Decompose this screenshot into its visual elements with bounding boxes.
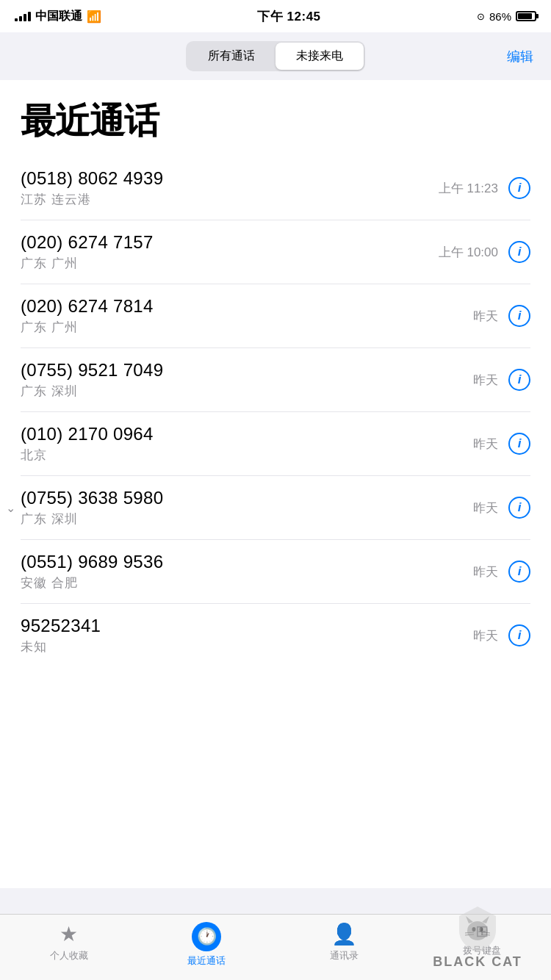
blackcat-text: BLACK CAT [433, 954, 522, 970]
call-time: 昨天 [473, 563, 498, 580]
tab-recents[interactable]: 🕐 最近通话 [162, 922, 251, 968]
info-button[interactable]: i [508, 433, 530, 455]
battery-icon [516, 11, 536, 21]
call-right: 昨天 i [473, 369, 530, 391]
call-number: (020) 6274 7157 [21, 232, 439, 253]
status-left: 中国联通 📶 [15, 9, 101, 24]
tab-all[interactable]: 所有通话 [187, 43, 276, 70]
info-button[interactable]: i [508, 177, 530, 199]
tab-group: 所有通话 未接来电 [186, 41, 365, 71]
call-location: 未知 [21, 638, 473, 655]
tab-contacts[interactable]: 👤 通讯录 [300, 922, 389, 962]
call-right: 上午 11:23 i [439, 177, 530, 199]
tab-missed[interactable]: 未接来电 [276, 43, 364, 70]
nav-tabs: 所有通话 未接来电 编辑 [0, 32, 551, 80]
call-item: (0551) 9689 9536 安徽 合肥 昨天 i [21, 540, 530, 604]
call-info[interactable]: (010) 2170 0964 北京 [21, 424, 473, 464]
call-location: 广东 广州 [21, 255, 439, 272]
tab-recents-label: 最近通话 [187, 954, 226, 968]
call-info[interactable]: (020) 6274 7814 广东 广州 [21, 296, 473, 336]
status-time: 下午 12:45 [257, 8, 320, 25]
info-button[interactable]: i [508, 369, 530, 391]
call-list: (0518) 8062 4939 江苏 连云港 上午 11:23 i (020)… [0, 156, 551, 667]
contacts-icon: 👤 [331, 922, 357, 946]
call-info[interactable]: (020) 6274 7157 广东 广州 [21, 232, 439, 272]
call-location: 江苏 连云港 [21, 191, 439, 208]
call-time: 昨天 [473, 436, 498, 453]
call-item: (0518) 8062 4939 江苏 连云港 上午 11:23 i [21, 156, 530, 220]
tab-favorites-label: 个人收藏 [50, 949, 88, 962]
call-info[interactable]: 95252341 未知 [21, 616, 473, 655]
svg-point-4 [480, 927, 483, 932]
call-right: 昨天 i [473, 433, 530, 455]
call-item: (020) 6274 7157 广东 广州 上午 10:00 i [21, 220, 530, 284]
info-button[interactable]: i [508, 305, 530, 327]
status-bar: 中国联通 📶 下午 12:45 ⊙ 86% [0, 0, 551, 32]
call-location: 北京 [21, 447, 473, 464]
call-info[interactable]: (0518) 8062 4939 江苏 连云港 [21, 168, 439, 208]
call-number: (0755) 9521 7049 [21, 360, 473, 381]
call-location: 广东 广州 [21, 319, 473, 336]
call-number: (0755) 3638 5980 [21, 488, 473, 508]
page-title-section: 最近通话 [0, 80, 551, 156]
svg-point-0 [467, 921, 488, 940]
call-right: 昨天 i [473, 305, 530, 327]
call-time: 昨天 [473, 308, 498, 325]
recents-icon: 🕐 [192, 922, 221, 951]
call-location: 广东 深圳 [21, 511, 473, 527]
call-number: 95252341 [21, 616, 473, 636]
call-location: 广东 深圳 [21, 383, 473, 400]
call-time: 昨天 [473, 372, 498, 389]
call-number: (0518) 8062 4939 [21, 168, 439, 189]
blackcat-watermark: BLACK CAT [404, 892, 551, 980]
star-icon: ★ [60, 922, 78, 946]
tab-contacts-label: 通讯录 [330, 949, 359, 962]
info-button[interactable]: i [508, 624, 530, 646]
call-right: 昨天 i [473, 497, 530, 519]
call-item: (020) 6274 7814 广东 广州 昨天 i [21, 284, 530, 348]
info-button[interactable]: i [508, 241, 530, 263]
call-item: (0755) 9521 7049 广东 深圳 昨天 i [21, 348, 530, 412]
battery-label: 86% [489, 10, 511, 23]
call-time: 昨天 [473, 627, 498, 644]
call-right: 上午 10:00 i [439, 241, 530, 263]
call-item: (010) 2170 0964 北京 昨天 i [21, 412, 530, 476]
call-time: 上午 10:00 [439, 244, 498, 261]
info-button[interactable]: i [508, 497, 530, 519]
call-right: 昨天 i [473, 624, 530, 646]
call-number: (0551) 9689 9536 [21, 552, 473, 572]
page-title: 最近通话 [21, 98, 530, 145]
info-button[interactable]: i [508, 561, 530, 583]
call-info[interactable]: (0551) 9689 9536 安徽 合肥 [21, 552, 473, 591]
blackcat-shield-icon [452, 903, 503, 954]
call-info[interactable]: (0755) 9521 7049 广东 深圳 [21, 360, 473, 400]
carrier-label: 中国联通 [35, 9, 82, 24]
call-right: 昨天 i [473, 561, 530, 583]
edit-button[interactable]: 编辑 [507, 48, 533, 65]
call-item: 95252341 未知 昨天 i [21, 604, 530, 667]
missed-indicator: ⌄ [6, 501, 15, 515]
call-time: 昨天 [473, 500, 498, 516]
call-time: 上午 11:23 [439, 180, 498, 197]
call-location: 安徽 合肥 [21, 574, 473, 591]
status-right: ⊙ 86% [477, 10, 536, 23]
tab-favorites[interactable]: ★ 个人收藏 [25, 922, 113, 962]
wifi-icon: 📶 [87, 10, 101, 24]
call-number: (010) 2170 0964 [21, 424, 473, 444]
call-item: ⌄ (0755) 3638 5980 广东 深圳 昨天 i [21, 476, 530, 540]
call-info[interactable]: (0755) 3638 5980 广东 深圳 [21, 488, 473, 527]
signal-icon [15, 11, 31, 21]
call-number: (020) 6274 7814 [21, 296, 473, 317]
location-icon: ⊙ [477, 11, 485, 22]
main-content: 最近通话 (0518) 8062 4939 江苏 连云港 上午 11:23 i … [0, 80, 551, 888]
svg-point-3 [472, 927, 476, 932]
